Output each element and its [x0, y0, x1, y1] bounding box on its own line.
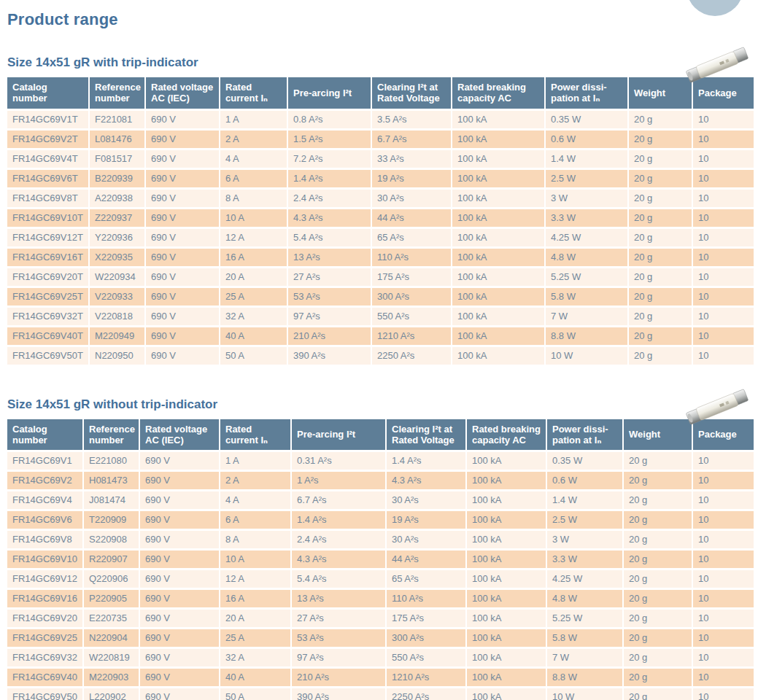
table-cell: 20 g	[624, 669, 692, 686]
column-header: Pre-arcing I²t	[288, 77, 371, 109]
table-cell: 30 A²s	[387, 531, 465, 548]
table-cell: 20 g	[624, 649, 692, 666]
table-cell: 20 g	[629, 308, 692, 325]
table-cell: 10	[693, 669, 754, 686]
table-cell: FR14GC69V8T	[7, 190, 88, 207]
table-cell: 8.8 W	[547, 669, 622, 686]
table-cell: E220735	[84, 610, 139, 627]
product-table-without-trip-indicator: Catalog numberReference numberRated volt…	[6, 417, 755, 700]
table-cell: 690 V	[146, 111, 219, 128]
table-cell: 12 A	[220, 570, 290, 588]
table-cell: 3.3 W	[547, 551, 622, 568]
table-cell: 65 A²s	[387, 570, 465, 588]
table-cell: 100 kA	[467, 649, 546, 666]
page-title: Product range	[7, 10, 748, 29]
table-cell: 2250 A²s	[372, 347, 451, 365]
table-cell: FR14GC69V10	[7, 551, 82, 568]
table-cell: 10	[693, 249, 754, 266]
table-row: FR14GC69V12Q220906690 V12 A5.4 A²s65 A²s…	[7, 570, 754, 588]
table-cell: 2 A	[220, 472, 290, 489]
table-cell: 100 kA	[467, 511, 546, 529]
table-cell: 8.8 W	[546, 327, 627, 345]
table-cell: 10	[693, 452, 754, 470]
table-row: FR14GC69V12TY220936690 V12 A5.4 A²s65 A²…	[7, 229, 754, 246]
table-cell: 20 g	[624, 629, 692, 647]
table-cell: 2 A	[220, 131, 287, 148]
table-cell: 20 g	[624, 511, 692, 529]
table-row: FR14GC69V20E220735690 V20 A27 A²s175 A²s…	[7, 610, 754, 627]
table-row: FR14GC69V16TX220935690 V16 A13 A²s110 A²…	[7, 249, 754, 266]
table-cell: FR14GC69V25	[7, 629, 82, 647]
table-cell: 690 V	[140, 688, 219, 700]
table-cell: 8 A	[220, 531, 290, 548]
table-cell: FR14GC69V25T	[7, 288, 88, 306]
header-row: Catalog numberReference numberRated volt…	[7, 419, 754, 451]
table-cell: 10 A	[220, 551, 290, 568]
table-cell: 100 kA	[452, 111, 544, 128]
table-row: FR14GC69V40M220903690 V40 A210 A²s1210 A…	[7, 669, 754, 686]
table-cell: V220818	[90, 308, 144, 325]
column-header: Power dissi-pation at Iₙ	[546, 77, 627, 109]
table-cell: 20 g	[624, 491, 692, 509]
table-cell: 3 W	[547, 531, 622, 548]
table-cell: 10	[693, 570, 754, 588]
table-cell: 25 A	[220, 288, 287, 306]
table-cell: 690 V	[140, 570, 219, 588]
table-cell: 30 A²s	[387, 491, 465, 509]
table-cell: FR14GC69V32	[7, 649, 82, 666]
table-row: FR14GC69V32TV220818690 V32 A97 A²s550 A²…	[7, 308, 754, 325]
table-cell: 1.4 W	[547, 491, 622, 509]
table-cell: 20 g	[629, 190, 692, 207]
table-cell: 10	[693, 491, 754, 509]
table-cell: FR14GC69V1T	[7, 111, 88, 128]
column-header: Clearing I²t at Rated Voltage	[387, 419, 465, 451]
table-row: FR14GC69V4TF081517690 V4 A7.2 A²s33 A²s1…	[7, 150, 754, 168]
table-cell: 690 V	[140, 551, 219, 568]
table-cell: 6.7 A²s	[372, 131, 451, 148]
table-cell: 10	[693, 551, 754, 568]
table-cell: Y220936	[90, 229, 144, 246]
table-cell: 5.4 A²s	[288, 229, 371, 246]
table-cell: 1.4 A²s	[292, 511, 385, 529]
table-cell: X220935	[90, 249, 144, 266]
table-cell: 690 V	[140, 649, 219, 666]
table-cell: 50 A	[220, 688, 290, 700]
table-cell: 175 A²s	[387, 610, 465, 627]
table-cell: 1210 A²s	[387, 669, 465, 686]
table-cell: 300 A²s	[387, 629, 465, 647]
table-cell: 10	[693, 327, 754, 345]
table-cell: 19 A²s	[372, 170, 451, 187]
table-row: FR14GC69V50L220902690 V50 A390 A²s2250 A…	[7, 688, 754, 700]
table-cell: 1.5 A²s	[288, 131, 371, 148]
table-cell: 690 V	[140, 610, 219, 627]
table-row: FR14GC69V20TW220934690 V20 A27 A²s175 A²…	[7, 268, 754, 286]
table-cell: 300 A²s	[372, 288, 451, 306]
table-cell: 10	[693, 268, 754, 286]
table-cell: 100 kA	[467, 610, 546, 627]
table-cell: 4.8 W	[546, 249, 627, 266]
table-cell: FR14GC69V50T	[7, 347, 88, 365]
table-cell: 20 A	[220, 610, 290, 627]
table-cell: 10 W	[546, 347, 627, 365]
table-cell: FR14GC69V32T	[7, 308, 88, 325]
table-cell: FR14GC69V40T	[7, 327, 88, 345]
table-cell: 110 A²s	[387, 590, 465, 607]
table-cell: 100 kA	[467, 629, 546, 647]
table-cell: 100 kA	[467, 551, 546, 568]
table-row: FR14GC69V10TZ220937690 V10 A4.3 A²s44 A²…	[7, 209, 754, 227]
table-cell: 10	[693, 111, 754, 128]
table-cell: 1.4 W	[546, 150, 627, 168]
table-cell: 19 A²s	[387, 511, 465, 529]
product-table-with-trip-indicator: Catalog numberReference numberRated volt…	[6, 75, 755, 367]
table-cell: 5.25 W	[546, 268, 627, 286]
table-cell: 25 A	[220, 629, 290, 647]
table-row: FR14GC69V1TF221081690 V1 A0.8 A²s3.5 A²s…	[7, 111, 754, 128]
table-cell: 100 kA	[467, 531, 546, 548]
table-cell: 6.7 A²s	[292, 491, 385, 509]
table-cell: J081474	[84, 491, 139, 509]
column-header: Catalog number	[7, 419, 82, 451]
table-cell: 53 A²s	[292, 629, 385, 647]
table-cell: M220903	[84, 669, 139, 686]
table-cell: 10	[693, 131, 754, 148]
table-cell: 20 g	[629, 249, 692, 266]
